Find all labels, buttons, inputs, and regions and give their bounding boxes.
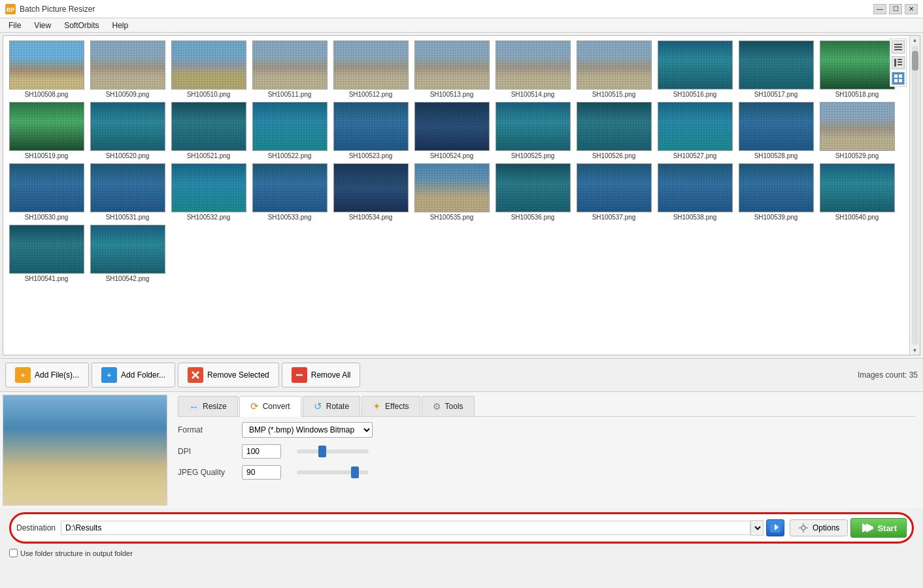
start-button[interactable]: Start xyxy=(850,518,907,538)
menu-help[interactable]: Help xyxy=(107,19,135,32)
image-item[interactable]: SH100518.png xyxy=(818,41,896,98)
svg-rect-8 xyxy=(898,64,902,65)
tab-rotate[interactable]: ↺ Rotate xyxy=(303,396,360,416)
image-thumbnail xyxy=(90,41,165,90)
image-item[interactable]: SH100538.png xyxy=(656,163,733,221)
options-button[interactable]: Options xyxy=(790,519,848,536)
image-item[interactable]: SH100536.png xyxy=(494,163,571,221)
add-files-label: Add File(s)... xyxy=(35,370,79,380)
image-item[interactable]: SH100537.png xyxy=(575,163,652,221)
app-icon: BP xyxy=(5,4,16,14)
image-item[interactable]: SH100520.png xyxy=(89,102,166,159)
tab-convert[interactable]: ⟳ Convert xyxy=(239,396,301,417)
tab-resize[interactable]: ↔ Resize xyxy=(178,396,238,416)
image-item[interactable]: SH100517.png xyxy=(737,41,814,98)
preview-image xyxy=(3,395,167,506)
image-item[interactable]: SH100542.png xyxy=(89,225,166,282)
remove-selected-label: Remove Selected xyxy=(207,370,269,380)
image-thumbnail xyxy=(90,102,165,151)
menu-view[interactable]: View xyxy=(28,19,57,32)
svg-rect-7 xyxy=(898,61,902,63)
scroll-up-button[interactable]: ▲ xyxy=(911,36,919,44)
jpeg-quality-slider[interactable] xyxy=(297,470,369,474)
image-item[interactable]: SH100531.png xyxy=(89,163,166,221)
image-item[interactable]: SH100525.png xyxy=(494,102,571,159)
tab-tools[interactable]: ⚙ Tools xyxy=(422,396,475,416)
image-thumbnail xyxy=(414,163,490,212)
format-label: Format xyxy=(178,425,237,434)
view-detailmode-icon[interactable] xyxy=(892,56,905,69)
remove-all-button[interactable]: Remove All xyxy=(282,363,361,387)
image-item[interactable]: SH100521.png xyxy=(170,102,247,159)
grid-scrollbar[interactable]: ▲ ▼ xyxy=(909,36,920,355)
format-row: Format BMP (*.bmp) Windows Bitmap JPEG (… xyxy=(178,422,915,438)
svg-text:+: + xyxy=(21,371,25,379)
view-listmode-icon[interactable] xyxy=(892,41,905,54)
image-item[interactable]: SH100514.png xyxy=(494,41,571,98)
destination-input[interactable] xyxy=(61,521,750,535)
image-item[interactable]: SH100523.png xyxy=(332,102,409,159)
jpeg-quality-input[interactable] xyxy=(242,465,281,480)
image-item[interactable]: SH100541.png xyxy=(8,225,85,282)
dpi-slider[interactable] xyxy=(297,449,369,453)
image-item[interactable]: SH100529.png xyxy=(818,102,896,159)
image-item[interactable]: SH100532.png xyxy=(170,163,247,221)
image-item[interactable]: SH100522.png xyxy=(251,102,328,159)
image-item[interactable]: SH100513.png xyxy=(413,41,490,98)
add-files-button[interactable]: + Add File(s)... xyxy=(5,363,89,387)
image-grid-wrapper: SH100508.pngSH100509.pngSH100510.pngSH10… xyxy=(3,35,920,355)
menubar: File View SoftOrbits Help xyxy=(0,18,923,33)
destination-label: Destination xyxy=(16,523,56,532)
image-item[interactable]: SH100510.png xyxy=(170,41,247,98)
image-item[interactable]: SH100540.png xyxy=(818,163,896,221)
view-gridmode-icon[interactable] xyxy=(892,72,905,85)
add-files-icon: + xyxy=(15,367,31,383)
image-item[interactable]: SH100511.png xyxy=(251,41,328,98)
image-item[interactable]: SH100515.png xyxy=(575,41,652,98)
image-item[interactable]: SH100512.png xyxy=(332,41,409,98)
menu-file[interactable]: File xyxy=(3,19,27,32)
dpi-label: DPI xyxy=(178,447,237,456)
image-item[interactable]: SH100528.png xyxy=(737,102,814,159)
menu-softorbits[interactable]: SoftOrbits xyxy=(58,19,105,32)
minimize-button[interactable]: — xyxy=(873,4,886,14)
add-folder-button[interactable]: + Add Folder... xyxy=(92,363,175,387)
image-item[interactable]: SH100530.png xyxy=(8,163,85,221)
image-item[interactable]: SH100509.png xyxy=(89,41,166,98)
dpi-input[interactable] xyxy=(242,444,281,459)
image-item[interactable]: SH100535.png xyxy=(413,163,490,221)
image-item[interactable]: SH100508.png xyxy=(8,41,85,98)
image-item[interactable]: SH100539.png xyxy=(737,163,814,221)
image-item[interactable]: SH100533.png xyxy=(251,163,328,221)
close-button[interactable]: ✕ xyxy=(905,4,918,14)
main-toolbar: + Add File(s)... + Add Folder... Remove … xyxy=(0,358,923,392)
use-folder-checkbox[interactable] xyxy=(9,549,18,557)
options-label: Options xyxy=(813,523,839,532)
image-thumbnail xyxy=(414,41,490,90)
image-item[interactable]: SH100519.png xyxy=(8,102,85,159)
image-item[interactable]: SH100534.png xyxy=(332,163,409,221)
tab-effects[interactable]: ✦ Effects xyxy=(361,396,420,416)
svg-rect-5 xyxy=(894,59,896,67)
maximize-button[interactable]: ☐ xyxy=(889,4,902,14)
use-folder-label: Use folder structure in output folder xyxy=(20,549,133,557)
image-item[interactable]: SH100516.png xyxy=(656,41,733,98)
image-thumbnail xyxy=(252,41,327,90)
image-thumbnail xyxy=(495,41,571,90)
image-item[interactable]: SH100526.png xyxy=(575,102,652,159)
destination-dropdown[interactable]: ▼ xyxy=(750,520,764,536)
image-filename: SH100532.png xyxy=(171,214,246,221)
format-select[interactable]: BMP (*.bmp) Windows Bitmap JPEG (*.jpg) … xyxy=(242,422,373,438)
rotate-tab-label: Rotate xyxy=(326,402,349,411)
scroll-thumb[interactable] xyxy=(912,51,918,71)
image-filename: SH100525.png xyxy=(495,152,571,159)
svg-rect-10 xyxy=(899,74,902,78)
svg-rect-2 xyxy=(894,44,902,45)
scroll-down-button[interactable]: ▼ xyxy=(911,346,919,355)
remove-selected-button[interactable]: Remove Selected xyxy=(178,363,279,387)
settings-area: ↔ Resize ⟳ Convert ↺ Rotate ✦ Effects ⚙ … xyxy=(170,392,923,508)
image-item[interactable]: SH100527.png xyxy=(656,102,733,159)
image-filename: SH100529.png xyxy=(820,152,895,159)
image-item[interactable]: SH100524.png xyxy=(413,102,490,159)
destination-browse-button[interactable] xyxy=(766,519,784,536)
